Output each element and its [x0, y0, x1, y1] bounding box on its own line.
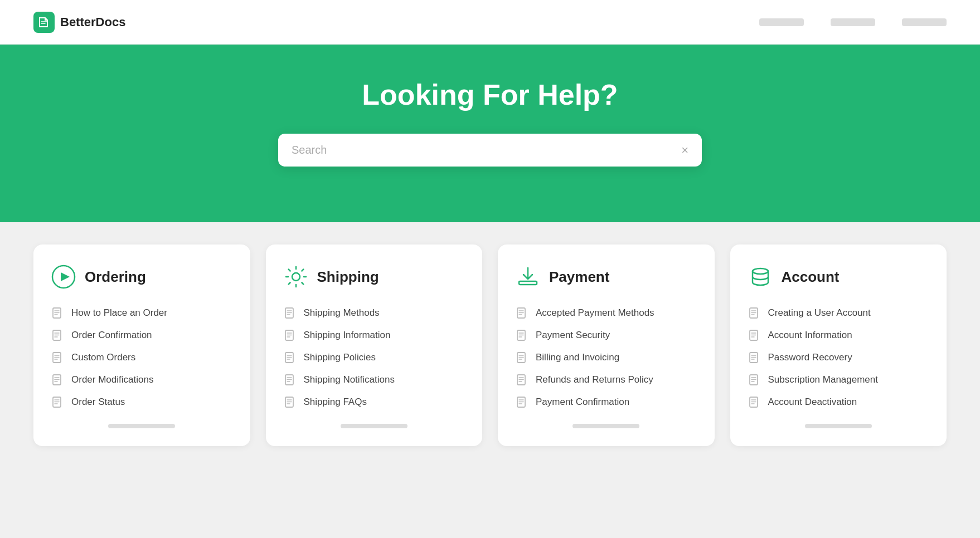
list-item[interactable]: Shipping Notifications — [284, 374, 465, 386]
play-icon — [51, 265, 76, 289]
list-item-label: Custom Orders — [71, 352, 135, 363]
card-shipping: Shipping Shipping Methods Shipping Infor… — [266, 244, 483, 446]
document-icon — [284, 396, 296, 408]
list-item[interactable]: Account Information — [748, 329, 929, 341]
scroll-indicator — [341, 424, 407, 428]
list-item-label: Shipping Notifications — [304, 374, 395, 385]
list-item[interactable]: Order Confirmation — [51, 329, 232, 341]
card-footer-shipping — [284, 424, 465, 428]
document-icon — [516, 396, 528, 408]
list-item[interactable]: Shipping FAQs — [284, 396, 465, 408]
card-footer-payment — [516, 424, 697, 428]
card-header-shipping: Shipping — [284, 265, 465, 289]
list-item-label: Payment Security — [536, 330, 610, 341]
list-item-label: Account Deactivation — [768, 397, 857, 408]
list-item[interactable]: Creating a User Account — [748, 307, 929, 319]
nav-item-2[interactable] — [831, 18, 875, 26]
list-item[interactable]: Shipping Policies — [284, 351, 465, 364]
header-nav — [759, 18, 947, 26]
document-icon — [516, 307, 528, 319]
hero-title: Looking For Help? — [0, 78, 980, 111]
document-icon — [51, 396, 64, 408]
document-icon — [748, 329, 760, 341]
logo-icon — [33, 12, 55, 33]
document-icon — [51, 307, 64, 319]
document-icon — [51, 374, 64, 386]
list-item-label: Accepted Payment Methods — [536, 307, 654, 319]
header: BetterDocs — [0, 0, 980, 45]
document-icon — [516, 351, 528, 364]
logo-text: BetterDocs — [60, 15, 125, 30]
card-header-payment: Payment — [516, 265, 697, 289]
gear-icon — [284, 265, 308, 289]
scroll-indicator — [805, 424, 872, 428]
list-item-label: Order Status — [71, 397, 125, 408]
hero-section: Looking For Help? × — [0, 45, 980, 222]
document-icon — [284, 374, 296, 386]
search-input[interactable] — [292, 144, 681, 156]
list-item[interactable]: Payment Confirmation — [516, 396, 697, 408]
download-icon — [516, 265, 540, 289]
svg-point-19 — [753, 268, 768, 274]
list-item[interactable]: Password Recovery — [748, 351, 929, 364]
list-item-label: Payment Confirmation — [536, 397, 629, 408]
list-item[interactable]: Custom Orders — [51, 351, 232, 364]
svg-point-7 — [292, 273, 300, 281]
list-item[interactable]: Shipping Methods — [284, 307, 465, 319]
card-account: Account Creating a User Account Account … — [730, 244, 947, 446]
svg-marker-1 — [61, 272, 70, 281]
search-container: × — [278, 134, 702, 167]
card-title-payment: Payment — [549, 268, 609, 286]
card-title-shipping: Shipping — [317, 268, 379, 286]
document-icon — [516, 374, 528, 386]
list-item[interactable]: Order Status — [51, 396, 232, 408]
list-item[interactable]: Refunds and Returns Policy — [516, 374, 697, 386]
scroll-indicator — [573, 424, 639, 428]
list-item-label: Order Confirmation — [71, 330, 152, 341]
list-item-label: Creating a User Account — [768, 307, 871, 319]
card-footer-account — [748, 424, 929, 428]
list-item-label: Billing and Invoicing — [536, 352, 619, 363]
card-footer-ordering — [51, 424, 232, 428]
list-item[interactable]: Payment Security — [516, 329, 697, 341]
document-icon — [516, 329, 528, 341]
database-icon — [748, 265, 773, 289]
card-items-account: Creating a User Account Account Informat… — [748, 307, 929, 408]
search-clear-button[interactable]: × — [681, 144, 688, 156]
nav-item-3[interactable] — [902, 18, 947, 26]
list-item[interactable]: Subscription Management — [748, 374, 929, 386]
list-item[interactable]: Account Deactivation — [748, 396, 929, 408]
list-item-label: Refunds and Returns Policy — [536, 374, 653, 385]
list-item-label: Subscription Management — [768, 374, 879, 385]
document-icon — [748, 374, 760, 386]
list-item[interactable]: Order Modifications — [51, 374, 232, 386]
document-icon — [748, 307, 760, 319]
card-ordering: Ordering How to Place an Order Order Con… — [33, 244, 250, 446]
logo-area: BetterDocs — [33, 12, 125, 33]
list-item-label: Shipping Methods — [304, 307, 380, 319]
document-icon — [284, 329, 296, 341]
list-item[interactable]: Billing and Invoicing — [516, 351, 697, 364]
document-icon — [51, 351, 64, 364]
list-item[interactable]: How to Place an Order — [51, 307, 232, 319]
list-item-label: Order Modifications — [71, 374, 153, 385]
document-icon — [748, 396, 760, 408]
cards-section: Ordering How to Place an Order Order Con… — [0, 222, 980, 480]
list-item-label: How to Place an Order — [71, 307, 167, 319]
card-header-account: Account — [748, 265, 929, 289]
nav-item-1[interactable] — [759, 18, 804, 26]
scroll-indicator — [108, 424, 175, 428]
list-item-label: Shipping Policies — [304, 352, 376, 363]
document-icon — [284, 307, 296, 319]
list-item-label: Shipping Information — [304, 330, 391, 341]
card-header-ordering: Ordering — [51, 265, 232, 289]
document-icon — [748, 351, 760, 364]
list-item[interactable]: Shipping Information — [284, 329, 465, 341]
card-title-ordering: Ordering — [85, 268, 146, 286]
list-item[interactable]: Accepted Payment Methods — [516, 307, 697, 319]
card-title-account: Account — [782, 268, 840, 286]
document-icon — [284, 351, 296, 364]
list-item-label: Account Information — [768, 330, 852, 341]
svg-rect-13 — [519, 281, 537, 285]
list-item-label: Password Recovery — [768, 352, 852, 363]
